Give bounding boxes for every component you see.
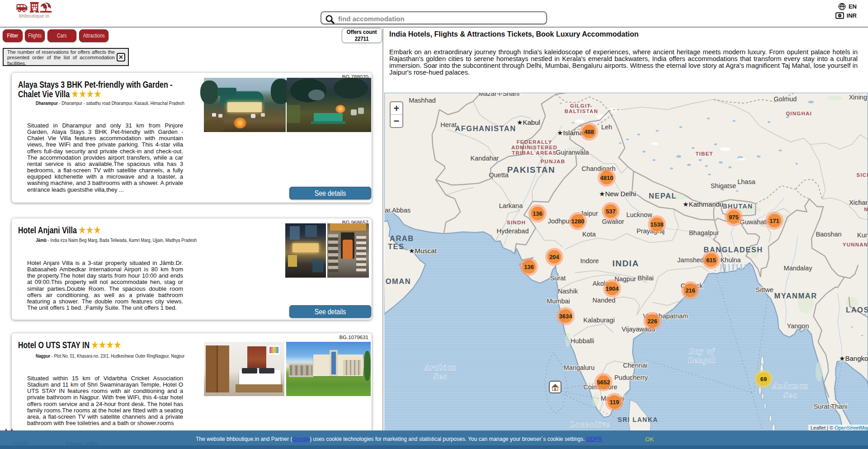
svg-text:Xichang: Xichang (849, 199, 868, 206)
svg-text:YUNNAN: YUNNAN (843, 242, 868, 247)
svg-text:Kota: Kota (582, 231, 596, 238)
svg-text:Herat: Herat (440, 121, 456, 128)
svg-text:Bengal: Bengal (689, 356, 716, 364)
svg-text:QINGHAI: QINGHAI (786, 111, 812, 116)
svg-text:Lhasa: Lhasa (737, 178, 755, 185)
svg-text:Larkana: Larkana (499, 202, 523, 209)
svg-text:975: 975 (729, 214, 739, 221)
svg-text:ARAB: ARAB (390, 234, 414, 242)
svg-text:ADMINISTERED: ADMINISTERED (511, 145, 557, 150)
svg-text:Lucknow: Lucknow (626, 211, 652, 218)
svg-text:216: 216 (685, 287, 695, 294)
svg-text:Nashik: Nashik (558, 288, 578, 295)
svg-text:4810: 4810 (600, 175, 613, 181)
svg-text:Mumbai: Mumbai (547, 298, 570, 305)
svg-text:171: 171 (769, 217, 779, 224)
svg-text:PUNJAB: PUNJAB (541, 159, 566, 164)
svg-text:Surat Thani: Surat Thani (814, 403, 848, 410)
svg-text:Leaflet | © OpenStreetMap: Leaflet | © OpenStreetMap (811, 425, 868, 430)
svg-text:Mazar-i-Sharif: Mazar-i-Sharif (478, 93, 520, 97)
svg-text:Andaman: Andaman (773, 382, 809, 390)
svg-text:Hubballi: Hubballi (571, 337, 594, 345)
svg-text:1538: 1538 (651, 221, 664, 228)
svg-text:SICHUAN: SICHUAN (857, 172, 868, 178)
svg-text:★Kabul: ★Kabul (517, 118, 540, 126)
svg-text:Guwahati: Guwahati (740, 218, 767, 226)
svg-text:OMAN: OMAN (386, 277, 411, 285)
svg-text:PAKISTAN: PAKISTAN (507, 165, 555, 175)
svg-text:Bhilai: Bhilai (637, 274, 653, 282)
svg-text:Khulna: Khulna (720, 256, 741, 264)
svg-text:Puducherry: Puducherry (614, 374, 648, 381)
svg-text:FEDERALLY: FEDERALLY (517, 139, 552, 145)
svg-text:Bay of: Bay of (689, 347, 715, 355)
svg-text:3634: 3634 (559, 313, 573, 320)
svg-text:★Kathmandu: ★Kathmandu (683, 200, 723, 208)
svg-text:Xining: Xining (849, 94, 867, 101)
svg-text:136: 136 (524, 264, 534, 270)
svg-text:Hyderabad: Hyderabad (497, 227, 529, 235)
svg-text:Kunming: Kunming (857, 232, 868, 239)
svg-text:Surat: Surat (550, 274, 566, 282)
svg-text:226: 226 (647, 318, 657, 325)
svg-text:1280: 1280 (571, 218, 585, 225)
svg-text:Sea: Sea (434, 373, 448, 380)
svg-text:69: 69 (760, 376, 767, 383)
svg-text:Yangon: Yangon (787, 322, 809, 330)
svg-text:Sittwe: Sittwe (755, 286, 774, 293)
svg-text:204: 204 (549, 254, 559, 260)
svg-text:Mangaluru: Mangaluru (564, 364, 595, 371)
svg-text:Arabian: Arabian (425, 364, 457, 371)
svg-text:GILGIT-: GILGIT- (570, 103, 593, 109)
svg-text:Laccadive: Laccadive (570, 421, 610, 428)
svg-text:Shigatse: Shigatse (711, 182, 736, 189)
svg-text:NEPAL: NEPAL (649, 192, 677, 200)
svg-text:TRIBAL AREAS: TRIBAL AREAS (512, 150, 557, 156)
svg-text:615: 615 (706, 257, 716, 264)
svg-text:★Bangkok: ★Bangkok (839, 354, 868, 362)
svg-text:Quetta: Quetta (489, 171, 509, 179)
svg-text:Jodhpur: Jodhpur (548, 217, 572, 225)
svg-text:Leh: Leh (601, 123, 612, 131)
svg-text:Kandahar: Kandahar (471, 155, 499, 162)
svg-text:SINDH: SINDH (507, 220, 526, 225)
svg-text:136: 136 (533, 210, 542, 217)
svg-text:TIBET: TIBET (695, 151, 713, 156)
svg-text:Indore: Indore (580, 257, 599, 265)
svg-text:INDIA: INDIA (612, 259, 639, 268)
svg-text:5652: 5652 (597, 379, 610, 386)
svg-text:Kalaburagi: Kalaburagi (583, 317, 614, 324)
svg-text:Bhagalpur: Bhagalpur (689, 229, 719, 236)
svg-text:AFGHANISTAN: AFGHANISTAN (455, 124, 516, 132)
svg-text:BALTISTAN: BALTISTAN (565, 109, 598, 114)
svg-text:488: 488 (584, 128, 594, 135)
svg-text:TES: TES (388, 242, 405, 250)
svg-text:LAOS: LAOS (846, 306, 868, 314)
svg-text:N: N (864, 207, 868, 212)
svg-text:SRI LANKA: SRI LANKA (618, 416, 658, 423)
svg-text:Sea: Sea (784, 391, 798, 399)
svg-text:★Muscat: ★Muscat (409, 247, 437, 255)
svg-text:Nanded: Nanded (593, 297, 616, 304)
svg-text:537: 537 (606, 208, 616, 215)
svg-text:1904: 1904 (606, 285, 619, 292)
svg-text:119: 119 (610, 399, 619, 406)
svg-text:ar Abbas: ar Abbas (385, 207, 410, 214)
svg-text:Mandalay: Mandalay (784, 265, 813, 272)
svg-text:Mashhad: Mashhad (409, 97, 436, 104)
svg-text:BHUTAN: BHUTAN (722, 203, 753, 210)
svg-text:MYANMAR: MYANMAR (774, 292, 817, 300)
svg-text:Baoshan: Baoshan (816, 231, 841, 238)
svg-text:Chennai: Chennai (623, 362, 647, 369)
svg-text:Gujranwala: Gujranwala (556, 149, 589, 156)
svg-text:Golmud: Golmud (774, 95, 797, 103)
svg-text:★New Delhi: ★New Delhi (599, 190, 636, 198)
